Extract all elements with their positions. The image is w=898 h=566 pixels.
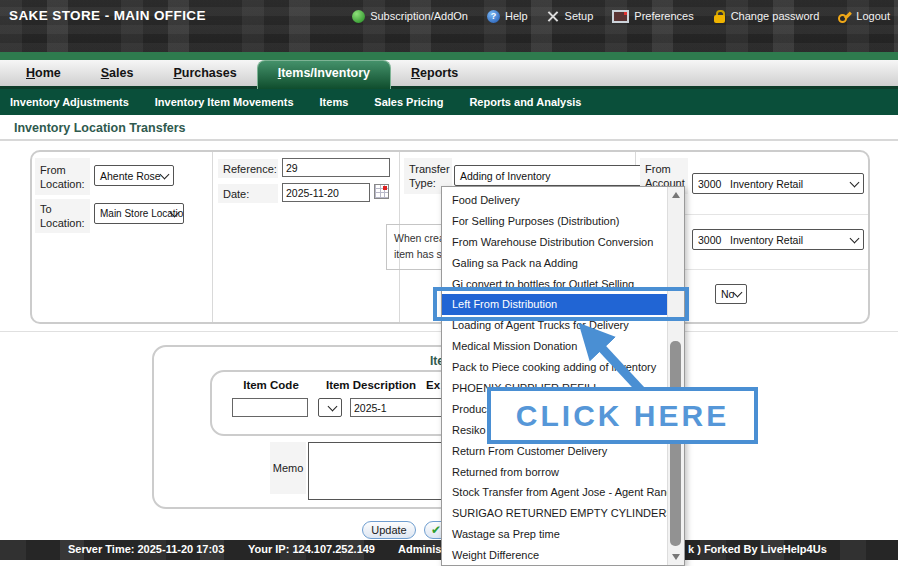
menu-item-help[interactable]: Help	[487, 10, 528, 23]
admin-user-fragment: Administ	[398, 543, 445, 555]
flag-select[interactable]: No	[715, 284, 747, 304]
dropdown-option[interactable]: Wastage sa Prep time	[442, 524, 668, 545]
chevron-down-icon	[850, 233, 860, 243]
scroll-up-button[interactable]	[668, 187, 684, 203]
dropdown-option[interactable]: Returned from borrow	[442, 462, 668, 483]
app-title: SAKE STORE - MAIN OFFICE	[9, 0, 206, 32]
forked-by-credit: k ) Forked By LiveHelp4Us	[688, 543, 827, 555]
dropdown-option[interactable]: Pack to Piece cooking adding of inventor…	[442, 357, 668, 378]
reference-input[interactable]	[282, 158, 390, 177]
from-location-label: From Location:	[35, 158, 90, 195]
icon-logout	[838, 10, 851, 23]
dropdown-option[interactable]: SURIGAO RETURNED EMPTY CYLINDERS	[442, 503, 668, 524]
icon-preferences	[612, 10, 629, 23]
page-title: Inventory Location Transfers	[14, 121, 186, 135]
reference-label: Reference:	[218, 159, 278, 178]
item-description-select[interactable]	[318, 398, 342, 417]
dropdown-option[interactable]: Medical Mission Donation	[442, 336, 668, 357]
to-account-select[interactable]: 3000 Inventory Retail	[692, 229, 864, 250]
your-ip: Your IP: 124.107.252.149	[248, 543, 375, 555]
col-item-code: Item Code	[226, 379, 316, 391]
click-here-callout: CLICK HERE	[487, 387, 758, 444]
tab-purchases[interactable]: Purchases	[153, 60, 256, 86]
expiry-date-input[interactable]	[350, 398, 447, 417]
transfer-type-select[interactable]: Adding of Inventory	[454, 165, 670, 186]
transfer-type-dropdown-list: Food Delivery For Selling Purposes (Dist…	[441, 186, 685, 566]
icon-lock	[713, 10, 726, 23]
date-label: Date:	[218, 184, 278, 203]
subnav-item-reports-and-analysis[interactable]: Reports and Analysis	[469, 96, 581, 108]
dropdown-option[interactable]: From Warehouse Distribution Conversion	[442, 232, 668, 253]
icon-help	[487, 10, 500, 23]
server-time: Server Time: 2025-11-20 17:03	[68, 543, 224, 555]
item-code-input[interactable]	[232, 398, 308, 417]
dropdown-option[interactable]: Loading of Agent Trucks for Delivery	[442, 315, 668, 336]
check-icon: ✔	[431, 523, 441, 537]
col-item-description: Item Description	[312, 379, 430, 391]
dropdown-option[interactable]: Stock Transfer from Agent Jose - Agent R…	[442, 482, 668, 503]
menu-item-logout[interactable]: Logout	[838, 10, 890, 23]
tab-reports[interactable]: Reports	[391, 60, 478, 86]
menu-item-subscription-addon[interactable]: Subscription/AddOn	[352, 10, 468, 23]
sub-nav-bar: Inventory Adjustments Inventory Item Mov…	[0, 89, 898, 115]
from-location-select[interactable]: Ahente Rose	[94, 165, 174, 186]
dropdown-option[interactable]: Weight Difference	[442, 545, 668, 566]
triangle-up-icon	[672, 192, 680, 198]
main-tab-bar: Home Sales Purchases Items/Inventory Rep…	[0, 60, 898, 89]
chevron-down-icon	[850, 177, 860, 187]
chevron-down-icon	[160, 169, 170, 179]
column-divider	[212, 152, 213, 322]
app-window: SAKE STORE - MAIN OFFICE Subscription/Ad…	[0, 0, 898, 566]
menu-item-setup[interactable]: Setup	[547, 10, 594, 23]
to-location-label: To Location:	[35, 199, 90, 233]
dropdown-option[interactable]: Gi convert to bottles for Outlet Selling	[442, 274, 668, 295]
icon-subscription	[352, 10, 365, 23]
triangle-down-icon	[672, 554, 680, 560]
dropdown-option[interactable]: Food Delivery	[442, 190, 668, 211]
tab-items-inventory[interactable]: Items/Inventory	[257, 60, 391, 89]
subnav-item-items[interactable]: Items	[320, 96, 349, 108]
dropdown-scrollbar[interactable]	[667, 187, 684, 565]
menu-item-change-password[interactable]: Change password	[713, 10, 820, 23]
title-divider	[0, 139, 898, 141]
subnav-item-inventory-item-movements[interactable]: Inventory Item Movements	[155, 96, 294, 108]
tab-home[interactable]: Home	[6, 60, 81, 86]
scroll-down-button[interactable]	[668, 549, 684, 565]
dropdown-option[interactable]: Galing sa Pack na Adding	[442, 253, 668, 274]
tab-sales[interactable]: Sales	[81, 60, 154, 86]
dropdown-option[interactable]: Left From Distribution	[442, 294, 668, 315]
top-header-bar: SAKE STORE - MAIN OFFICE Subscription/Ad…	[0, 0, 898, 52]
from-account-select[interactable]: 3000 Inventory Retail	[692, 173, 864, 194]
green-accent-band	[0, 52, 898, 60]
memo-label: Memo	[270, 442, 306, 494]
top-menu: Subscription/AddOn Help Setup Preference…	[352, 0, 890, 32]
date-input[interactable]	[282, 183, 370, 202]
dropdown-option[interactable]: For Selling Purposes (Distribution)	[442, 211, 668, 232]
calendar-icon[interactable]	[374, 184, 389, 199]
subnav-item-sales-pricing[interactable]: Sales Pricing	[374, 96, 443, 108]
update-button[interactable]: Update	[362, 521, 416, 539]
menu-item-preferences[interactable]: Preferences	[612, 10, 693, 23]
to-location-select[interactable]: Main Store Location	[94, 203, 184, 224]
icon-setup	[547, 10, 560, 23]
click-here-text: CLICK HERE	[516, 399, 729, 433]
chevron-down-icon	[328, 401, 338, 411]
subnav-item-inventory-adjustments[interactable]: Inventory Adjustments	[10, 96, 129, 108]
dropdown-options: Food Delivery For Selling Purposes (Dist…	[442, 190, 668, 566]
